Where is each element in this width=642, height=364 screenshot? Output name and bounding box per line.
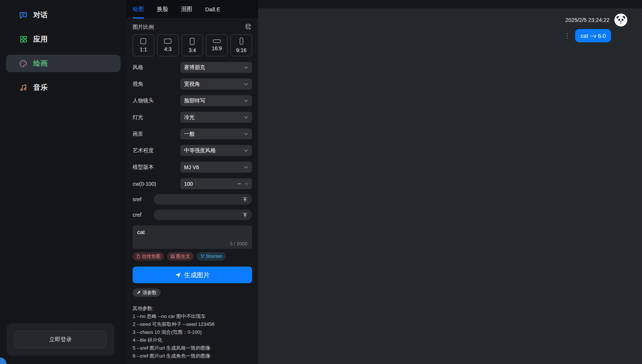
tab-blend[interactable]: 混图: [181, 0, 192, 19]
floating-corner-button[interactable]: [0, 358, 6, 364]
chevron-down-icon: [244, 66, 248, 69]
clear-params-tag[interactable]: 清参数: [133, 288, 161, 297]
ratio-option-4-3[interactable]: 4:3: [157, 34, 179, 56]
help-title: 其他参数:: [133, 304, 252, 312]
login-card: 立即登录: [7, 323, 114, 356]
cw-stepper[interactable]: 100 − +: [180, 178, 252, 189]
cw-label: cw(0-100): [133, 181, 156, 187]
upload-icon[interactable]: [242, 212, 248, 218]
ratio-option-3-4[interactable]: 3:4: [182, 34, 203, 56]
prompt-textarea[interactable]: cat 3 / 2000: [133, 225, 252, 249]
help-line: 6 --cref 图片url 生成角色一致的图像: [133, 352, 252, 360]
quality-select[interactable]: 一般: [180, 128, 252, 139]
generate-button-label: 生成图片: [184, 271, 210, 279]
cref-input[interactable]: [154, 210, 252, 220]
prompt-tools: 自传垫图 图生文 Shorten: [133, 252, 252, 261]
sidebar-item-music[interactable]: 音乐: [6, 79, 121, 96]
image-to-text-tag[interactable]: 图生文: [167, 252, 194, 261]
ratio-option-16-9[interactable]: 16:9: [206, 34, 227, 56]
plus-button[interactable]: +: [245, 180, 248, 187]
ratio-shape-icon: [240, 37, 243, 45]
upload-icon[interactable]: [242, 197, 248, 202]
select-value: 一般: [184, 131, 195, 137]
clear-params-label: 清参数: [142, 290, 157, 296]
other-params-help: 其他参数: 1 --no 忽略 --no car 图中不出现车 2 --seed…: [133, 304, 252, 360]
chat-bubble-icon: [19, 11, 28, 20]
sidebar-item-label: 应用: [33, 34, 48, 44]
sidebar: 对话 应用 绘画 音乐 立即登录: [0, 0, 127, 364]
ratio-option-1-1[interactable]: 1:1: [133, 34, 154, 56]
ratio-label: 3:4: [189, 47, 196, 53]
lighting-label: 灯光: [133, 114, 143, 121]
ratio-shape-icon: [140, 38, 146, 44]
char-counter: 3 / 2000: [230, 241, 248, 247]
quality-label: 画质: [133, 131, 143, 137]
sidebar-item-drawing[interactable]: 绘画: [6, 55, 121, 72]
style-select[interactable]: 赛博朋克: [180, 62, 252, 73]
cref-label: cref: [133, 212, 141, 218]
aspect-ratio-group: 1:1 4:3 3:4 16:9 9:16: [133, 34, 252, 56]
tag-label: 自传垫图: [142, 253, 161, 260]
database-save-icon[interactable]: [245, 23, 252, 31]
sidebar-nav: 对话 应用 绘画 音乐: [0, 0, 127, 96]
help-line: 1 --no 忽略 --no car 图中不出现车: [133, 312, 252, 320]
help-line: 4 --tile 碎片化: [133, 336, 252, 344]
chevron-down-icon: [244, 83, 248, 86]
tab-draw[interactable]: 绘图: [133, 0, 144, 19]
message-menu-icon[interactable]: ⋮: [564, 32, 570, 39]
tab-dalle[interactable]: Dall.E: [205, 0, 220, 19]
broom-icon: [136, 290, 141, 295]
ratio-label: 1:1: [140, 46, 147, 52]
chevron-down-icon: [244, 166, 248, 169]
ratio-section-label: 图片比例: [133, 24, 154, 31]
ratio-label: 4:3: [164, 46, 171, 52]
file-upload-icon: [136, 254, 141, 259]
ratio-label: 16:9: [212, 45, 222, 51]
sidebar-item-apps[interactable]: 应用: [6, 31, 121, 48]
view-angle-select[interactable]: 宽视角: [180, 79, 252, 89]
upload-base-image-tag[interactable]: 自传垫图: [133, 252, 164, 261]
ratio-shape-icon: [164, 39, 172, 44]
select-value: 赛博朋克: [184, 64, 205, 71]
funnel-icon: [200, 254, 205, 259]
select-value: 中等强度风格: [184, 147, 216, 154]
prompt-text: cat: [137, 229, 145, 235]
chevron-down-icon: [244, 133, 248, 136]
login-button[interactable]: 立即登录: [14, 331, 107, 348]
help-line: 2 --seed 可先获取种子 --seed 123456: [133, 320, 252, 328]
sidebar-item-label: 对话: [33, 10, 48, 20]
generate-image-button[interactable]: 生成图片: [133, 267, 252, 283]
panda-avatar: [614, 14, 627, 26]
sref-input[interactable]: [154, 194, 252, 205]
select-value: 冷光: [184, 114, 195, 121]
image-to-text-icon: [170, 254, 175, 259]
select-value: 脸部特写: [184, 97, 205, 104]
chevron-down-icon: [244, 116, 248, 119]
help-line: 3 --chaos 10 混合(范围：0-100): [133, 328, 252, 336]
minus-button[interactable]: −: [237, 180, 241, 187]
character-shot-select[interactable]: 脸部特写: [180, 95, 252, 106]
message-timestamp: 2025/2/5 23:24:22: [565, 17, 610, 23]
ratio-shape-icon: [190, 38, 195, 45]
cw-value[interactable]: 100: [184, 181, 237, 187]
send-icon: [175, 272, 181, 278]
artistry-select[interactable]: 中等强度风格: [180, 145, 252, 156]
sidebar-item-label: 绘画: [33, 59, 48, 68]
shorten-tag[interactable]: Shorten: [197, 252, 226, 261]
tag-label: 图生文: [176, 253, 190, 260]
view-angle-label: 视角: [133, 81, 143, 88]
tab-face-swap[interactable]: 换脸: [157, 0, 168, 19]
music-note-icon: [19, 83, 28, 92]
settings-content: 图片比例 1:1 4:3 3:4 16:9: [127, 19, 258, 364]
ratio-option-9-16[interactable]: 9:16: [231, 34, 252, 56]
lighting-select[interactable]: 冷光: [180, 112, 252, 123]
select-value: 宽视角: [184, 81, 200, 88]
character-shot-label: 人物镜头: [133, 97, 154, 104]
help-line: 5 --sref 图片url 生成风格一致的图像: [133, 344, 252, 352]
chat-top-shade: [258, 0, 642, 8]
palette-icon: [19, 59, 28, 68]
model-version-label: 模型版本: [133, 164, 154, 171]
sidebar-item-chat[interactable]: 对话: [6, 6, 121, 24]
chat-area: 2025/2/5 23:24:22 ⋮ cat --v 6.0: [258, 0, 642, 364]
model-version-select[interactable]: MJ V6: [180, 162, 252, 173]
